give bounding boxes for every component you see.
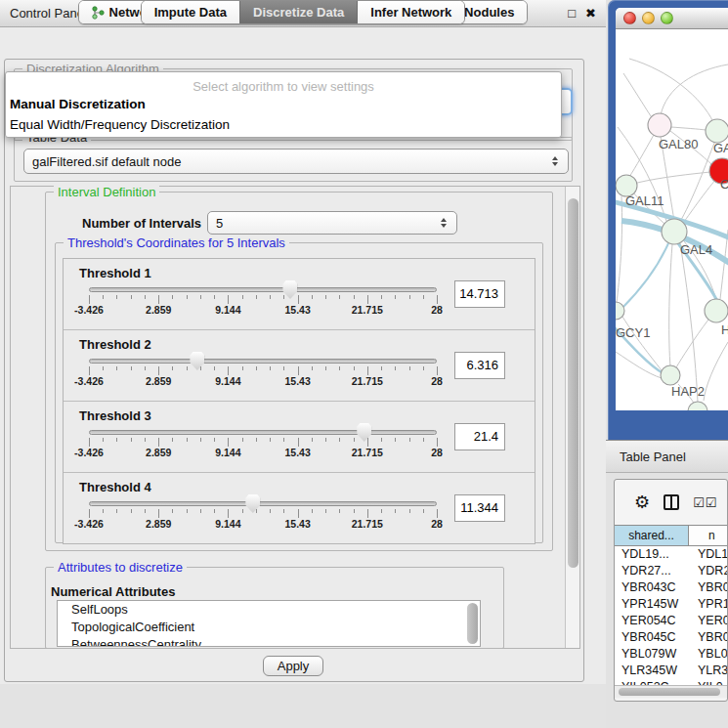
cell-shared-name[interactable]: YBR045C [615,629,689,646]
cell-name[interactable]: YDL1 [689,546,727,563]
network-edge[interactable] [629,59,713,122]
table-row[interactable]: YDL19...YDL1 [615,546,727,563]
threshold-label: Threshold 1 [79,266,151,280]
cell-name[interactable]: YBR0 [689,629,727,646]
bottom-tab-bar: Impute DataDiscretize DataInfer Network [0,0,606,24]
slider-tick-labels: -3.4262.8599.14415.4321.71528 [89,375,437,387]
network-edge[interactable] [616,352,662,378]
network-edge[interactable] [676,320,708,367]
group-title: Threshold's Coordinates for 5 Intervals [64,236,289,250]
threshold-value-field[interactable]: 14.713 [454,280,505,308]
gear-icon[interactable]: ⚙ [634,493,650,511]
threshold-value-field[interactable]: 11.344 [454,494,505,522]
cell-shared-name[interactable]: YBR043C [615,579,689,596]
table-toolbar: ⚙ ☑☑ [615,480,727,525]
scrollbar-thumb[interactable] [568,198,578,568]
list-item[interactable]: SelfLoops [58,601,480,619]
threshold-value-field[interactable]: 6.316 [454,352,505,379]
split-columns-icon[interactable] [664,494,679,510]
vertical-scrollbar[interactable] [565,187,579,648]
threshold-row: Threshold 4 -3.4262.8599.14415.4321.7152… [64,473,535,544]
network-edge[interactable] [629,135,654,177]
network-edge[interactable] [661,64,728,115]
checkbox-icon[interactable]: ☑☑ [693,496,717,509]
network-edge[interactable] [684,177,718,222]
list-scrollbar-thumb[interactable] [467,603,478,644]
network-node[interactable] [688,402,707,410]
list-item[interactable]: TopologicalCoefficient [58,619,480,636]
node-label: C [720,177,728,192]
threshold-slider[interactable]: -3.4262.8599.14415.4321.71528 [89,287,437,316]
cell-name[interactable]: YPR1 [689,596,727,613]
slider-tick-labels: -3.4262.8599.14415.4321.71528 [89,304,437,316]
dropdown-item-manual-discretization[interactable]: Manual Discretization [6,94,561,114]
network-edge[interactable] [704,342,728,401]
node-label: GAL11 [625,193,664,208]
minimize-traffic-light-icon[interactable] [642,12,655,24]
close-traffic-light-icon[interactable] [623,12,636,24]
cell-shared-name[interactable]: YPR145W [615,596,689,613]
horizontal-scrollbar[interactable] [615,685,727,698]
table-row[interactable]: YPR145WYPR1 [615,596,727,613]
slider-track[interactable] [89,430,437,435]
cell-name[interactable]: YBR0 [689,579,727,596]
thresholds-panel: Threshold 1 -3.4262.8599.14415.4321.7152… [63,258,535,544]
node-label: GA [713,141,728,155]
table-row[interactable]: YBR043CYBR0 [615,579,727,596]
number-of-intervals-combobox[interactable]: 5 [207,211,457,235]
list-item[interactable]: BetweennessCentrality [58,636,480,647]
table-body: YDL19...YDL1YDR27...YDR2YBR043CYBR0YPR14… [615,546,727,685]
table-row[interactable]: YBR045CYBR0 [615,629,727,646]
threshold-slider[interactable]: -3.4262.8599.14415.4321.71528 [89,430,437,458]
network-edge[interactable] [671,127,706,130]
table-row[interactable]: YLR345WYLR3 [615,663,727,679]
tab-discretize-data[interactable]: Discretize Data [239,1,357,23]
cell-shared-name[interactable]: YER054C [615,613,689,629]
cell-name[interactable]: YER0 [689,613,727,629]
cell-name[interactable]: YDR2 [689,563,727,579]
network-node[interactable] [705,299,728,322]
network-node-hap2[interactable] [661,365,680,385]
table-row[interactable]: YER054CYER0 [615,613,727,629]
network-node-gal4[interactable] [662,219,687,244]
dropdown-item-equal-width-frequency[interactable]: Equal Width/Frequency Discretization [6,114,561,135]
threshold-row: Threshold 1 -3.4262.8599.14415.4321.7152… [64,259,535,330]
network-edge-highlighted[interactable] [621,243,668,309]
network-edge[interactable] [669,244,672,366]
tab-infer-network[interactable]: Infer Network [357,1,464,23]
apply-button[interactable]: Apply [263,656,323,676]
table-data-combobox[interactable]: galFiltered.sif default node [23,149,569,174]
table-row[interactable]: YBL079WYBL0 [615,646,727,663]
network-edge[interactable] [617,196,622,303]
threshold-row: Threshold 2 -3.4262.8599.14415.4321.7152… [64,330,535,402]
threshold-slider[interactable]: -3.4262.8599.14415.4321.71528 [89,501,437,530]
network-edge[interactable] [623,73,655,122]
zoom-traffic-light-icon[interactable] [661,12,673,24]
dropdown-hint: Select algorithm to view settings [6,72,561,94]
column-header-name[interactable]: n [689,526,727,545]
slider-ticks [89,509,437,518]
table-row[interactable]: YDR27...YDR2 [615,563,727,579]
tab-impute-data[interactable]: Impute Data [142,1,239,23]
network-canvas[interactable]: GAL80GACGAL11GAL4GCY1HHAP2 [616,29,728,410]
slider-tick-labels: -3.4262.8599.14415.4321.71528 [89,518,437,530]
threshold-slider[interactable]: -3.4262.8599.14415.4321.71528 [89,359,437,387]
cell-name[interactable]: YBL0 [689,646,727,663]
cell-name[interactable]: YLR3 [689,663,727,679]
network-node[interactable] [706,119,728,143]
node-label: GCY1 [616,325,650,340]
slider-track[interactable] [89,359,437,364]
column-header-shared-name[interactable]: shared... [615,526,689,545]
scrollbar-thumb[interactable] [619,688,720,696]
cell-shared-name[interactable]: YBL079W [615,646,689,663]
group-title: Attributes to discretize [54,560,187,575]
network-node-gal80[interactable] [648,113,671,137]
numerical-attributes-list[interactable]: SelfLoopsTopologicalCoefficientBetweenne… [57,600,481,647]
slider-track[interactable] [89,287,437,292]
threshold-label: Threshold 3 [79,408,151,423]
slider-track[interactable] [89,501,437,506]
cell-shared-name[interactable]: YLR345W [615,663,689,679]
threshold-value-field[interactable]: 21.4 [454,423,505,450]
cell-shared-name[interactable]: YDR27... [615,563,689,579]
cell-shared-name[interactable]: YDL19... [615,546,689,563]
